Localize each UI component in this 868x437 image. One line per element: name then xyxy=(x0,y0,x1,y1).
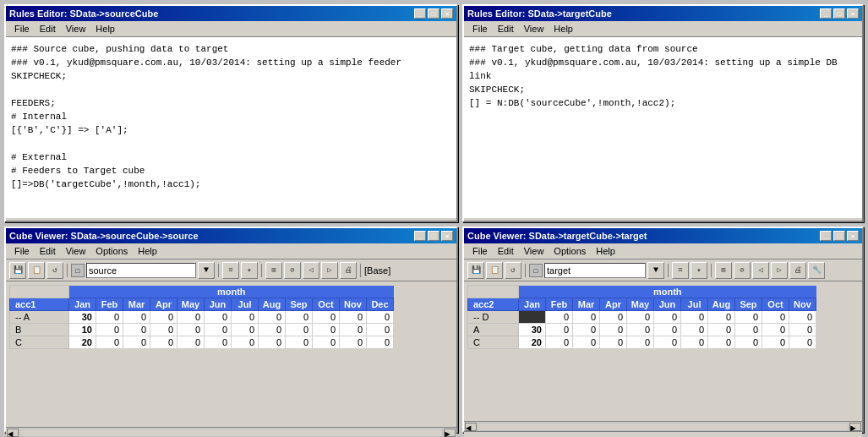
toolbar-dropdown[interactable]: ▼ xyxy=(647,262,664,279)
maximize-button[interactable]: □ xyxy=(833,8,845,19)
menu-view[interactable]: View xyxy=(519,245,549,257)
toolbar-btn5[interactable]: ◁ xyxy=(303,262,319,279)
close-button[interactable]: × xyxy=(441,8,453,19)
cell-ta-oct[interactable]: 0 xyxy=(762,323,789,336)
cell-b-jan[interactable]: 10 xyxy=(69,323,96,336)
minimize-button[interactable]: _ xyxy=(414,231,426,241)
cell-tc-nov[interactable]: 0 xyxy=(789,336,816,348)
cell-b-feb[interactable]: 0 xyxy=(96,323,123,336)
cell-d-nov[interactable]: 0 xyxy=(789,310,816,323)
cell-ta-mar[interactable]: 0 xyxy=(573,323,600,336)
cell-ta-sep[interactable]: 0 xyxy=(735,323,762,336)
close-button[interactable]: × xyxy=(847,231,859,241)
menu-edit[interactable]: Edit xyxy=(35,23,61,35)
cell-b-jun[interactable]: 0 xyxy=(205,323,232,336)
target-cube-name-input[interactable] xyxy=(544,263,646,278)
cell-ta-may[interactable]: 0 xyxy=(627,323,654,336)
cell-tc-may[interactable]: 0 xyxy=(627,336,654,348)
close-button[interactable]: × xyxy=(441,231,453,241)
maximize-button[interactable]: □ xyxy=(428,231,439,241)
toolbar-btn2[interactable]: ✦ xyxy=(691,262,707,279)
menu-help[interactable]: Help xyxy=(90,23,120,35)
toolbar-btn6[interactable]: ▷ xyxy=(321,262,338,279)
minimize-button[interactable]: _ xyxy=(820,8,832,19)
cell-b-aug[interactable]: 0 xyxy=(259,323,286,336)
minimize-button[interactable]: _ xyxy=(414,8,426,19)
cell-b-apr[interactable]: 0 xyxy=(150,323,177,336)
close-button[interactable]: × xyxy=(847,8,859,19)
toolbar-btn6[interactable]: ▷ xyxy=(771,262,788,279)
cell-a-jan[interactable]: 30 xyxy=(69,310,96,323)
cell-d-jul[interactable]: 0 xyxy=(681,310,708,323)
cell-tc-jun[interactable]: 0 xyxy=(654,336,681,348)
cell-c-nov[interactable]: 0 xyxy=(340,336,367,348)
menu-help[interactable]: Help xyxy=(133,245,162,257)
minimize-button[interactable]: _ xyxy=(820,231,832,241)
cell-a-mar[interactable]: 0 xyxy=(123,310,150,323)
maximize-button[interactable]: □ xyxy=(428,8,439,19)
cell-c-may[interactable]: 0 xyxy=(177,336,205,348)
cell-b-may[interactable]: 0 xyxy=(177,323,205,336)
menu-file[interactable]: File xyxy=(9,245,35,257)
cell-c-aug[interactable]: 0 xyxy=(259,336,286,348)
menu-view[interactable]: View xyxy=(519,23,549,35)
cell-tc-jul[interactable]: 0 xyxy=(681,336,708,348)
cell-c-jun[interactable]: 0 xyxy=(205,336,232,348)
cell-b-mar[interactable]: 0 xyxy=(123,323,150,336)
cell-tc-apr[interactable]: 0 xyxy=(600,336,627,348)
cell-a-jun[interactable]: 0 xyxy=(205,310,232,323)
toolbar-btn1[interactable]: ≡ xyxy=(222,262,239,279)
cell-ta-feb[interactable]: 0 xyxy=(546,323,573,336)
menu-options[interactable]: Options xyxy=(549,245,591,257)
cell-a-apr[interactable]: 0 xyxy=(150,310,177,323)
cell-a-may[interactable]: 0 xyxy=(177,310,205,323)
cell-d-jan[interactable] xyxy=(519,310,546,323)
cell-a-jul[interactable]: 0 xyxy=(232,310,259,323)
menu-edit[interactable]: Edit xyxy=(493,23,519,35)
cell-tc-oct[interactable]: 0 xyxy=(762,336,789,348)
cell-c-jan[interactable]: 20 xyxy=(69,336,96,348)
cell-ta-apr[interactable]: 0 xyxy=(600,323,627,336)
menu-options[interactable]: Options xyxy=(90,245,133,257)
cell-ta-jan[interactable]: 30 xyxy=(519,323,546,336)
menu-file[interactable]: File xyxy=(467,245,493,257)
cell-a-feb[interactable]: 0 xyxy=(96,310,123,323)
toolbar-refresh[interactable]: ↺ xyxy=(505,262,521,279)
cell-a-sep[interactable]: 0 xyxy=(286,310,313,323)
source-scrollbar[interactable]: ◄ ► xyxy=(6,427,456,437)
target-scrollbar[interactable]: ◄ ► xyxy=(464,421,862,431)
cell-tc-sep[interactable]: 0 xyxy=(735,336,762,348)
menu-file[interactable]: File xyxy=(467,23,493,35)
cell-b-jul[interactable]: 0 xyxy=(232,323,259,336)
toolbar-btn3[interactable]: ⊞ xyxy=(265,262,282,279)
toolbar-btn7[interactable]: 🖨 xyxy=(340,262,357,279)
cell-ta-nov[interactable]: 0 xyxy=(789,323,816,336)
cell-tc-aug[interactable]: 0 xyxy=(708,336,735,348)
cell-b-dec[interactable]: 0 xyxy=(367,323,394,336)
toolbar-btn4[interactable]: ⊘ xyxy=(284,262,301,279)
cell-b-nov[interactable]: 0 xyxy=(340,323,367,336)
toolbar-save[interactable]: 📋 xyxy=(486,262,503,279)
cell-tc-mar[interactable]: 0 xyxy=(573,336,600,348)
cell-b-sep[interactable]: 0 xyxy=(286,323,313,336)
menu-edit[interactable]: Edit xyxy=(493,245,519,257)
toolbar-refresh[interactable]: ↺ xyxy=(46,262,63,279)
cell-c-mar[interactable]: 0 xyxy=(123,336,150,348)
toolbar-dropdown[interactable]: ▼ xyxy=(198,262,215,279)
cell-a-aug[interactable]: 0 xyxy=(259,310,286,323)
source-rules-editor[interactable]: ### Source cube, pushing data to target … xyxy=(6,37,456,218)
cell-d-aug[interactable]: 0 xyxy=(708,310,735,323)
cell-a-nov[interactable]: 0 xyxy=(340,310,367,323)
cell-d-apr[interactable]: 0 xyxy=(600,310,627,323)
cell-d-jun[interactable]: 0 xyxy=(654,310,681,323)
menu-file[interactable]: File xyxy=(9,23,35,35)
cell-c-jul[interactable]: 0 xyxy=(232,336,259,348)
cell-b-oct[interactable]: 0 xyxy=(313,323,340,336)
toolbar-btn2[interactable]: ✦ xyxy=(241,262,258,279)
cell-d-may[interactable]: 0 xyxy=(627,310,654,323)
toolbar-btn3[interactable]: ⊞ xyxy=(715,262,732,279)
toolbar-btn8[interactable]: 🔧 xyxy=(808,262,825,279)
cell-d-mar[interactable]: 0 xyxy=(573,310,600,323)
menu-view[interactable]: View xyxy=(61,245,91,257)
toolbar-new[interactable]: 💾 xyxy=(467,262,484,279)
